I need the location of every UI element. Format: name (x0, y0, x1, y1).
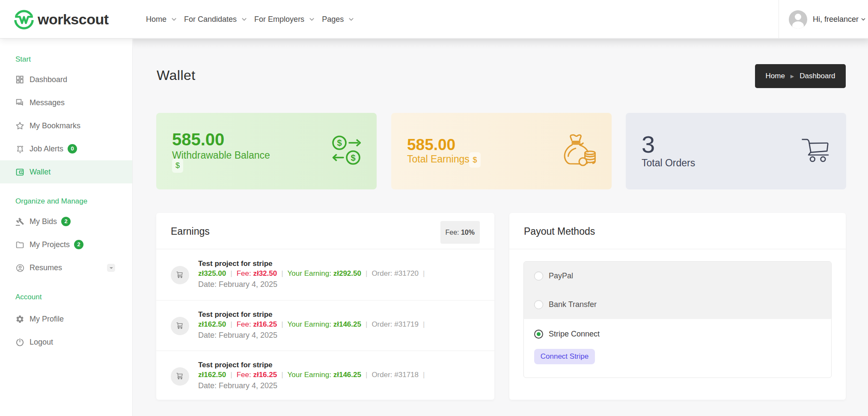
svg-text:$: $ (337, 138, 342, 148)
svg-text:$: $ (351, 153, 355, 162)
